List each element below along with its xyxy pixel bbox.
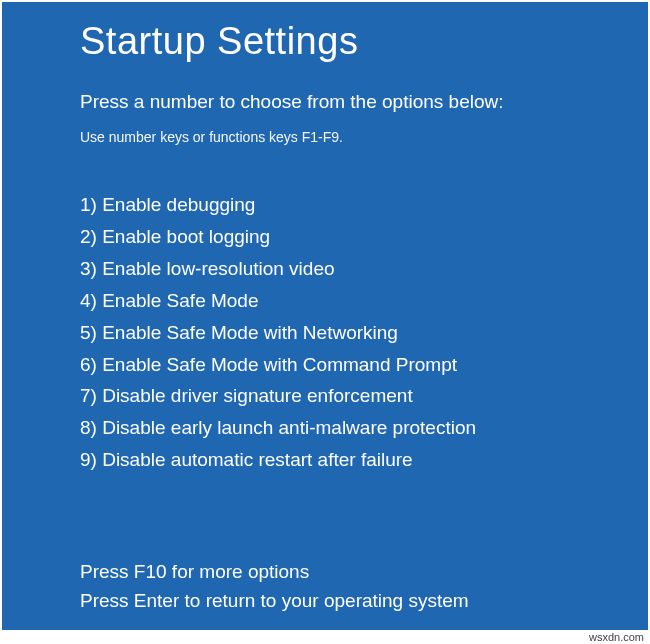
startup-settings-screen: Startup Settings Press a number to choos… bbox=[2, 2, 648, 630]
watermark-text: wsxdn.com bbox=[589, 631, 644, 643]
hint-text: Use number keys or functions keys F1-F9. bbox=[80, 129, 570, 145]
option-low-res-video[interactable]: 3) Enable low-resolution video bbox=[80, 253, 570, 285]
option-safe-mode-cmd[interactable]: 6) Enable Safe Mode with Command Prompt bbox=[80, 349, 570, 381]
more-options-hint: Press F10 for more options bbox=[80, 558, 570, 587]
return-hint: Press Enter to return to your operating … bbox=[80, 587, 570, 616]
option-safe-mode-networking[interactable]: 5) Enable Safe Mode with Networking bbox=[80, 317, 570, 349]
option-boot-logging[interactable]: 2) Enable boot logging bbox=[80, 221, 570, 253]
instruction-text: Press a number to choose from the option… bbox=[80, 91, 570, 113]
page-title: Startup Settings bbox=[80, 20, 570, 63]
option-disable-driver-sig[interactable]: 7) Disable driver signature enforcement bbox=[80, 380, 570, 412]
options-list: 1) Enable debugging 2) Enable boot loggi… bbox=[80, 189, 570, 476]
option-safe-mode[interactable]: 4) Enable Safe Mode bbox=[80, 285, 570, 317]
option-debugging[interactable]: 1) Enable debugging bbox=[80, 189, 570, 221]
option-disable-anti-malware[interactable]: 8) Disable early launch anti-malware pro… bbox=[80, 412, 570, 444]
option-disable-auto-restart[interactable]: 9) Disable automatic restart after failu… bbox=[80, 444, 570, 476]
